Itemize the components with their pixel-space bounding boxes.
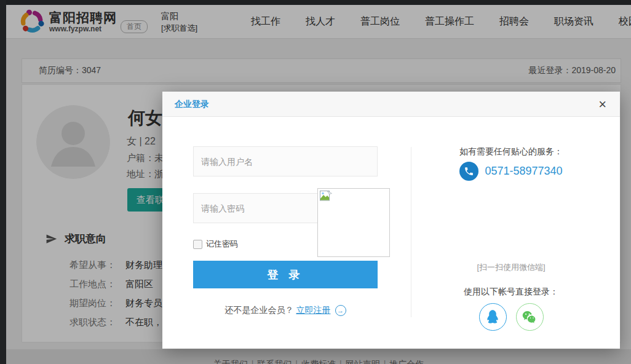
wechat-login-icon[interactable] [516,303,544,331]
enterprise-login-modal: 企业登录 × 记住密码 忘记密码？ 登 录 还不是企业会员？ 立即注册 → 如有… [162,92,620,349]
remember-label: 记住密码 [206,239,238,250]
register-link[interactable]: 立即注册 [296,305,331,316]
modal-title: 企业登录 [175,92,209,116]
username-input[interactable] [193,146,378,176]
phone-row: 0571-58977340 [431,162,591,181]
phone-icon [459,162,478,181]
qq-login-icon[interactable] [479,303,507,331]
arrow-right-icon[interactable]: → [335,305,346,316]
qr-caption: [扫一扫使用微信端] [431,262,591,273]
modal-body: 记住密码 忘记密码？ 登 录 还不是企业会员？ 立即注册 → 如有需要任何贴心的… [162,117,620,349]
register-row: 还不是企业会员？ 立即注册 → [193,305,378,316]
login-button[interactable]: 登 录 [193,261,378,288]
close-icon[interactable]: × [595,95,610,114]
service-text: 如有需要任何贴心的服务： [431,146,591,157]
modal-header: 企业登录 × [162,92,620,117]
register-prompt: 还不是企业会员？ [225,305,294,316]
wechat-qr-image [317,188,390,257]
sso-text: 使用以下帐号直接登录： [431,287,591,298]
service-phone-number[interactable]: 0571-58977340 [485,165,562,178]
screen: 富阳招聘网 www.fyzpw.net 首页 富阳 [求职首选] 找工作 找人才… [0,0,631,364]
broken-image-icon [320,191,332,201]
column-divider [411,147,411,317]
sso-icons [431,303,591,331]
remember-checkbox[interactable] [193,240,202,249]
